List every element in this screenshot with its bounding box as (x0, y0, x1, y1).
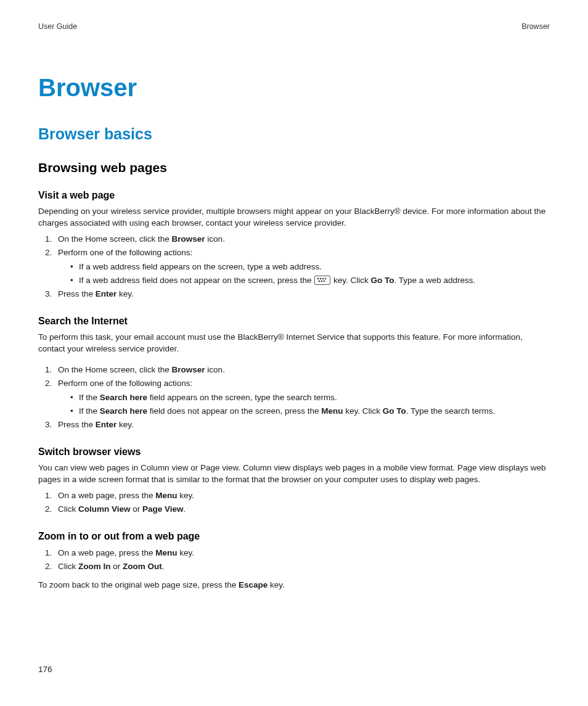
sub-list: If the Search here field appears on the … (58, 392, 550, 418)
page-title: Browser (38, 74, 550, 102)
steps-list: On the Home screen, click the Browser ic… (38, 233, 550, 301)
step-item: Click Zoom In or Zoom Out. (54, 560, 550, 573)
section-heading: Browser basics (38, 125, 550, 143)
steps-list: On the Home screen, click the Browser ic… (38, 364, 550, 432)
topic-intro: You can view web pages in Column view or… (38, 462, 550, 486)
sub-item: If a web address field does not appear o… (70, 274, 550, 287)
topic-search: Search the Internet To perform this task… (38, 316, 550, 432)
topic-heading: Zoom in to or out from a web page (38, 531, 550, 542)
step-item: On the Home screen, click the Browser ic… (54, 233, 550, 246)
topic-heading: Switch browser views (38, 446, 550, 458)
svg-point-1 (320, 278, 322, 280)
svg-point-5 (321, 281, 323, 282)
header-left: User Guide (38, 22, 77, 31)
menu-key-icon (314, 276, 330, 285)
step-item: On the Home screen, click the Browser ic… (54, 364, 550, 377)
svg-point-3 (325, 278, 327, 280)
step-item: Press the Enter key. (54, 419, 550, 432)
sub-item: If a web address field appears on the sc… (70, 261, 550, 273)
sub-item: If the Search here field appears on the … (70, 392, 550, 404)
step-item: Perform one of the following actions: If… (54, 377, 550, 417)
sub-list: If a web address field appears on the sc… (58, 261, 550, 287)
page-header: User Guide Browser (38, 22, 550, 31)
svg-point-2 (322, 278, 324, 280)
steps-list: On a web page, press the Menu key. Click… (38, 547, 550, 573)
header-right: Browser (521, 22, 550, 31)
step-item: On a web page, press the Menu key. (54, 490, 550, 503)
topic-visit: Visit a web page Depending on your wirel… (38, 190, 550, 301)
topic-switch: Switch browser views You can view web pa… (38, 446, 550, 516)
document-page: User Guide Browser Browser Browser basic… (0, 0, 588, 706)
page-number: 176 (38, 665, 52, 674)
sub-item: If the Search here field does not appear… (70, 405, 550, 417)
svg-point-0 (317, 278, 319, 280)
svg-point-6 (324, 281, 325, 282)
topic-intro: To perform this task, your email account… (38, 332, 550, 355)
topic-heading: Visit a web page (38, 190, 550, 201)
subsection-heading: Browsing web pages (38, 160, 550, 175)
steps-list: On a web page, press the Menu key. Click… (38, 490, 550, 516)
step-item: On a web page, press the Menu key. (54, 547, 550, 560)
step-item: Press the Enter key. (54, 288, 550, 301)
topic-intro: Depending on your wireless service provi… (38, 206, 550, 229)
topic-zoom: Zoom in to or out from a web page On a w… (38, 531, 550, 591)
topic-outro: To zoom back to the original web page si… (38, 580, 550, 591)
topic-heading: Search the Internet (38, 316, 550, 327)
svg-point-4 (319, 281, 321, 282)
step-item: Click Column View or Page View. (54, 503, 550, 516)
step-item: Perform one of the following actions: If… (54, 247, 550, 287)
